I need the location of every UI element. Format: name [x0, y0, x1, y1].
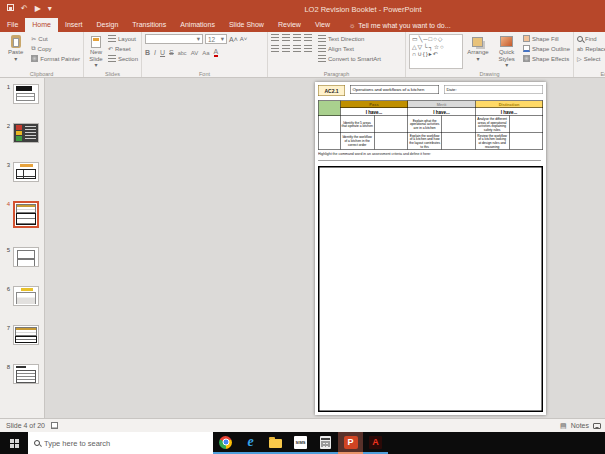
- powerpoint-logo-icon: P: [344, 436, 358, 449]
- slide-thumbnail-4[interactable]: 4: [4, 201, 44, 228]
- bold-button[interactable]: B: [145, 49, 150, 56]
- shrink-font-icon[interactable]: A˅: [240, 36, 248, 42]
- notes-toggle[interactable]: Notes: [571, 422, 589, 429]
- taskbar-calculator-icon[interactable]: [313, 432, 338, 454]
- align-text-button[interactable]: Align Text: [318, 44, 381, 53]
- start-button[interactable]: [0, 432, 28, 454]
- shape-fill-button[interactable]: Shape Fill: [523, 34, 570, 43]
- new-slide-dropdown-icon[interactable]: ▾: [94, 62, 97, 69]
- font-color-button[interactable]: A: [214, 48, 219, 57]
- reset-label: Reset: [115, 46, 131, 52]
- comments-icon[interactable]: [593, 423, 601, 429]
- search-input[interactable]: [44, 439, 207, 448]
- tab-review[interactable]: Review: [271, 18, 308, 32]
- ribbon: Paste ▾ ✂ Cut ⧉ Copy Format Painter Clip…: [0, 32, 605, 78]
- new-slide-button[interactable]: New Slide ▾: [87, 34, 105, 69]
- paste-button[interactable]: Paste ▾: [3, 34, 28, 69]
- grow-font-icon[interactable]: A˄: [229, 36, 238, 43]
- align-left-icon[interactable]: [271, 45, 279, 52]
- ac-code-box[interactable]: AC2.1: [318, 85, 345, 96]
- tick-cell: [374, 116, 408, 133]
- slide-thumbnail-7[interactable]: 7: [4, 325, 44, 345]
- taskbar-powerpoint-icon[interactable]: P: [338, 432, 363, 454]
- replace-button[interactable]: ab Replace: [577, 44, 605, 53]
- tab-home[interactable]: Home: [25, 18, 58, 32]
- numbering-icon[interactable]: [282, 34, 290, 41]
- thumbnail-preview: [13, 364, 39, 384]
- paste-dropdown-icon[interactable]: ▾: [14, 56, 17, 63]
- slide-thumbnail-1[interactable]: 1: [4, 84, 44, 104]
- slide-indicator[interactable]: Slide 4 of 20: [6, 422, 45, 429]
- slide-thumbnail-6[interactable]: 6: [4, 286, 44, 306]
- tab-slide-show[interactable]: Slide Show: [222, 18, 271, 32]
- text-direction-button[interactable]: Text Direction: [318, 34, 381, 43]
- qat-customize-arrow-icon[interactable]: ▾: [48, 0, 52, 18]
- shape-effects-button[interactable]: Shape Effects: [523, 54, 570, 63]
- align-right-icon[interactable]: [293, 45, 301, 52]
- character-spacing-button[interactable]: AV: [191, 50, 199, 56]
- slide-thumbnail-5[interactable]: 5: [4, 247, 44, 267]
- align-center-icon[interactable]: [282, 45, 290, 52]
- start-slideshow-icon[interactable]: ▶: [35, 0, 41, 18]
- arrange-dropdown-icon[interactable]: ▾: [476, 56, 479, 63]
- tab-design[interactable]: Design: [89, 18, 125, 32]
- text-shadow-button[interactable]: abc: [178, 50, 187, 56]
- increase-indent-icon[interactable]: [304, 34, 312, 41]
- i-have-cell: I have...: [475, 108, 543, 116]
- taskbar-file-explorer-icon[interactable]: [263, 432, 288, 454]
- reset-icon: ↶: [108, 45, 113, 52]
- tell-me-box[interactable]: ☼ Tell me what you want to do...: [349, 18, 451, 32]
- reset-button[interactable]: ↶ Reset: [108, 44, 138, 53]
- taskbar-internet-explorer-icon[interactable]: e: [238, 432, 263, 454]
- strikethrough-button[interactable]: S: [169, 49, 174, 56]
- text-direction-icon: [318, 35, 326, 42]
- cut-icon: ✂: [31, 35, 36, 42]
- slide-thumbnail-2[interactable]: 2: [4, 123, 44, 143]
- tab-file[interactable]: File: [0, 18, 25, 32]
- taskbar-sims-icon[interactable]: SIMS: [288, 432, 313, 454]
- slide-thumbnail-8[interactable]: 8: [4, 364, 44, 384]
- change-case-button[interactable]: Aa: [202, 50, 209, 56]
- drawing-group: ▭╲─□○◇ △▽└┐☆○ ∩∪{}▸↶ Arrange ▾ Quick Sty…: [406, 32, 574, 77]
- line-spacing-icon[interactable]: [304, 45, 312, 52]
- italic-button[interactable]: I: [154, 49, 156, 56]
- font-size-combo[interactable]: 12▾: [205, 34, 227, 44]
- slide-thumbnail-3[interactable]: 3: [4, 162, 44, 182]
- quick-styles-button[interactable]: Quick Styles ▾: [493, 34, 520, 69]
- writing-area[interactable]: [318, 166, 543, 412]
- tab-insert[interactable]: Insert: [58, 18, 90, 32]
- select-button[interactable]: ▷ Select: [577, 54, 605, 63]
- tab-animations[interactable]: Animations: [173, 18, 222, 32]
- undo-icon[interactable]: ↶: [21, 0, 28, 18]
- slide-title-box[interactable]: Operations and workflows of a kitchen: [350, 85, 439, 94]
- bullets-icon[interactable]: [271, 34, 279, 41]
- slide-canvas[interactable]: AC2.1 Operations and workflows of a kitc…: [315, 82, 546, 415]
- shape-outline-button[interactable]: Shape Outline: [523, 44, 570, 53]
- spellcheck-icon[interactable]: [51, 422, 58, 429]
- date-box[interactable]: Date:: [444, 85, 543, 94]
- arrange-button[interactable]: Arrange ▾: [466, 34, 491, 69]
- format-painter-button[interactable]: Format Painter: [31, 54, 80, 63]
- shape-fill-label: Shape Fill: [532, 36, 559, 42]
- thumbnail-number: 6: [4, 286, 10, 306]
- tab-view[interactable]: View: [308, 18, 337, 32]
- convert-smartart-button[interactable]: Convert to SmartArt: [318, 54, 381, 63]
- cut-button[interactable]: ✂ Cut: [31, 34, 80, 43]
- layout-button[interactable]: Layout: [108, 34, 138, 43]
- decrease-indent-icon[interactable]: [293, 34, 301, 41]
- shapes-gallery[interactable]: ▭╲─□○◇ △▽└┐☆○ ∩∪{}▸↶: [409, 34, 463, 69]
- quick-styles-dropdown-icon[interactable]: ▾: [505, 62, 508, 69]
- tab-transitions[interactable]: Transitions: [125, 18, 173, 32]
- underline-button[interactable]: U: [160, 49, 165, 56]
- copy-button[interactable]: ⧉ Copy: [31, 44, 80, 53]
- taskbar-chrome-icon[interactable]: [213, 432, 238, 454]
- save-icon[interactable]: [7, 0, 14, 18]
- editing-canvas[interactable]: AC2.1 Operations and workflows of a kitc…: [45, 78, 605, 418]
- criteria-table[interactable]: Pass Merit Distinction I have... I have.…: [318, 101, 543, 150]
- taskbar-search[interactable]: [28, 432, 213, 454]
- row-label-cell: [318, 133, 340, 150]
- find-button[interactable]: Find: [577, 34, 605, 43]
- font-name-combo[interactable]: ▾: [145, 34, 203, 44]
- taskbar-acrobat-icon[interactable]: A: [363, 432, 388, 454]
- section-button[interactable]: Section: [108, 54, 138, 63]
